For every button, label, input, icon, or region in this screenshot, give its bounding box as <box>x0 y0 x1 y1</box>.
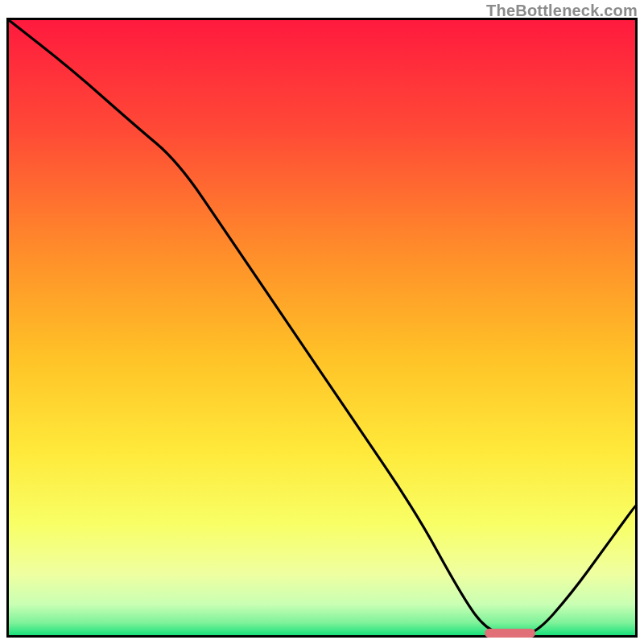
chart-frame <box>6 18 638 638</box>
optimal-marker <box>485 629 535 638</box>
gradient-fill <box>9 20 635 635</box>
chart-svg <box>9 20 635 635</box>
